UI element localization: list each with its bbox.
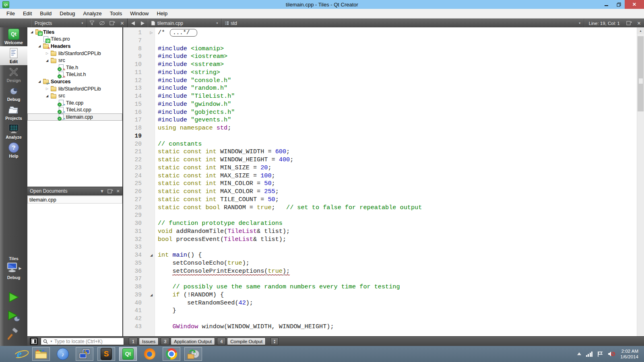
- taskbar-installer[interactable]: [184, 347, 202, 361]
- taskbar-internet-explorer[interactable]: e: [10, 347, 28, 361]
- tree-item-tiles[interactable]: ◢QtTiles: [27, 29, 122, 36]
- hidden-icons-arrow-icon[interactable]: [577, 352, 581, 356]
- scrollbar-thumb[interactable]: [638, 36, 644, 111]
- code-line-28[interactable]: 28static const bool RANDOM = true; // se…: [123, 204, 637, 212]
- code-line-39[interactable]: 39◢ if (!RANDOM) {: [123, 291, 637, 299]
- tree-item-sources[interactable]: ◢c+Sources: [27, 78, 122, 85]
- code-line-42[interactable]: 42: [123, 315, 637, 323]
- menu-tools[interactable]: Tools: [106, 9, 126, 18]
- symbol-combo[interactable]: std ▼: [222, 19, 584, 28]
- code-line-40[interactable]: 40 setRandomSeed(42);: [123, 299, 637, 307]
- tree-item-tilelist-h[interactable]: h✓TileList.h: [27, 71, 122, 78]
- code-line-32[interactable]: 32bool processEvent(TileList& tlist);: [123, 236, 637, 244]
- open-file-combo[interactable]: tilemain.cpp ▼: [148, 19, 222, 28]
- split-panel-icon[interactable]: [107, 19, 117, 28]
- code-line-30[interactable]: 30// function prototype declarations: [123, 220, 637, 228]
- go-forward-icon[interactable]: [138, 19, 148, 28]
- code-line-8[interactable]: 8#include <iomanip>: [123, 45, 637, 53]
- code-line-11[interactable]: 11#include <string>: [123, 69, 637, 77]
- split-panel-icon[interactable]: [107, 189, 113, 194]
- expand-collapse-icon[interactable]: ◢: [29, 30, 35, 34]
- code-line-27[interactable]: 27static const int TILE_COUNT = 50;: [123, 196, 637, 204]
- code-line-1[interactable]: 1▷/* ...*/: [123, 29, 637, 37]
- pane-number-badge[interactable]: 4: [217, 337, 226, 345]
- tree-item-headers[interactable]: ◢hHeaders: [27, 43, 122, 50]
- restore-button[interactable]: [613, 0, 625, 9]
- code-line-43[interactable]: 43 GWindow window(WINDOW_WIDTH, WINDOW_H…: [123, 323, 637, 331]
- fold-marker-icon[interactable]: ◢: [148, 251, 155, 259]
- code-line-33[interactable]: 33: [123, 243, 637, 251]
- taskbar-qt-creator[interactable]: Qt: [119, 347, 137, 361]
- code-line-36[interactable]: 36 setConsolePrintExceptions(true);: [123, 267, 637, 276]
- expand-collapse-icon[interactable]: ◢: [37, 80, 42, 83]
- tree-item-lib-stanfordcpplib[interactable]: ▷lib/StanfordCPPLib: [27, 85, 122, 93]
- tree-item-src[interactable]: ◢src: [27, 57, 122, 64]
- code-line-12[interactable]: 12#include "console.h": [123, 77, 637, 85]
- menu-debug[interactable]: Debug: [56, 9, 79, 18]
- pane-button[interactable]: Application Output: [171, 337, 215, 345]
- code-line-18[interactable]: 18using namespace std;: [123, 124, 637, 132]
- code-line-16[interactable]: 16#include "gobjects.h": [123, 109, 637, 117]
- code-line-10[interactable]: 10#include <sstream>: [123, 61, 637, 69]
- code-line-38[interactable]: 38 // possibly use the same random numbe…: [123, 283, 637, 291]
- build-button[interactable]: [8, 328, 20, 341]
- close-panel-icon[interactable]: ✕: [117, 19, 127, 28]
- mode-analyze[interactable]: Analyze: [0, 122, 27, 141]
- code-line-13[interactable]: 13#include "random.h": [123, 84, 637, 93]
- code-line-35[interactable]: 35 setConsoleEcho(true);: [123, 259, 637, 267]
- code-line-22[interactable]: 22static const int WINDOW_HEIGHT = 400;: [123, 156, 637, 164]
- menu-file[interactable]: File: [2, 9, 19, 18]
- toggle-sidebar-icon[interactable]: [30, 337, 38, 345]
- tree-item-src[interactable]: ◢src: [27, 92, 122, 99]
- code-line-25[interactable]: 25static const int MIN_COLOR = 50;: [123, 180, 637, 188]
- code-editor[interactable]: 1▷/* ...*/78#include <iomanip>9#include …: [123, 27, 637, 336]
- close-editor-icon[interactable]: ✕: [634, 19, 644, 28]
- code-line-19[interactable]: 19: [123, 132, 637, 140]
- editor-scrollbar[interactable]: ▴: [637, 27, 644, 336]
- taskbar-file-explorer[interactable]: [32, 347, 50, 361]
- code-line-26[interactable]: 26static const int MAX_COLOR = 255;: [123, 188, 637, 196]
- tree-item-lib-stanfordcpplib[interactable]: ▷lib/StanfordCPPLib: [27, 50, 122, 57]
- menu-edit[interactable]: Edit: [19, 9, 36, 18]
- kit-selector-button[interactable]: ▶: [6, 262, 22, 274]
- mode-help[interactable]: ?Help: [0, 141, 27, 160]
- menu-build[interactable]: Build: [36, 9, 56, 18]
- code-line-29[interactable]: 29: [123, 212, 637, 220]
- code-line-20[interactable]: 20// constants: [123, 140, 637, 148]
- minimize-button[interactable]: [601, 0, 613, 9]
- go-back-icon[interactable]: [128, 19, 138, 28]
- link-with-editor-icon[interactable]: [97, 19, 107, 28]
- code-line-41[interactable]: 41 }: [123, 307, 637, 315]
- code-line-24[interactable]: 24static const int MAX_SIZE = 100;: [123, 172, 637, 180]
- pane-button[interactable]: Issues: [139, 337, 159, 345]
- fold-marker-icon[interactable]: ◢: [148, 291, 155, 299]
- open-document-item[interactable]: tilemain.cpp: [27, 196, 122, 204]
- debug-run-button[interactable]: [7, 309, 21, 324]
- menu-window[interactable]: Window: [126, 9, 153, 18]
- expand-collapse-icon[interactable]: ◢: [44, 59, 50, 62]
- code-line-9[interactable]: 9#include <iostream>: [123, 53, 637, 61]
- expand-collapse-icon[interactable]: ▷: [44, 51, 50, 55]
- tree-item-tiles-pro[interactable]: QtTiles.pro: [27, 36, 122, 43]
- network-signal-icon[interactable]: [586, 352, 593, 357]
- taskbar-sublime-text[interactable]: S: [97, 347, 115, 361]
- run-button[interactable]: [7, 291, 20, 305]
- code-line-34[interactable]: 34◢int main() {: [123, 251, 637, 259]
- code-line-21[interactable]: 21static const int WINDOW_WIDTH = 600;: [123, 148, 637, 156]
- pane-button[interactable]: Compile Output: [227, 337, 266, 345]
- filter-tree-icon[interactable]: [87, 19, 97, 28]
- chevron-down-icon[interactable]: ▼: [100, 189, 104, 193]
- tree-item-tile-h[interactable]: h✓Tile.h: [27, 64, 122, 71]
- pane-selector-combo[interactable]: Projects ▼: [31, 19, 87, 28]
- collapsed-region-box[interactable]: ...*/: [170, 29, 197, 37]
- taskbar-putty[interactable]: ϟ: [76, 347, 93, 361]
- mode-debug[interactable]: Debug: [0, 84, 27, 103]
- locator-input[interactable]: ▼ Type to locate (Ctrl+K): [41, 337, 124, 345]
- code-line-17[interactable]: 17#include "gevents.h": [123, 116, 637, 124]
- code-line-14[interactable]: 14#include "TileList.h": [123, 93, 637, 101]
- expand-collapse-icon[interactable]: ◢: [37, 44, 42, 48]
- clock[interactable]: 2:02 AM 1/6/2014: [620, 348, 638, 360]
- taskbar-itunes[interactable]: ♪: [54, 347, 72, 361]
- code-line-31[interactable]: 31void addRandomTile(TileList& tlist);: [123, 228, 637, 236]
- code-line-15[interactable]: 15#include "gwindow.h": [123, 101, 637, 109]
